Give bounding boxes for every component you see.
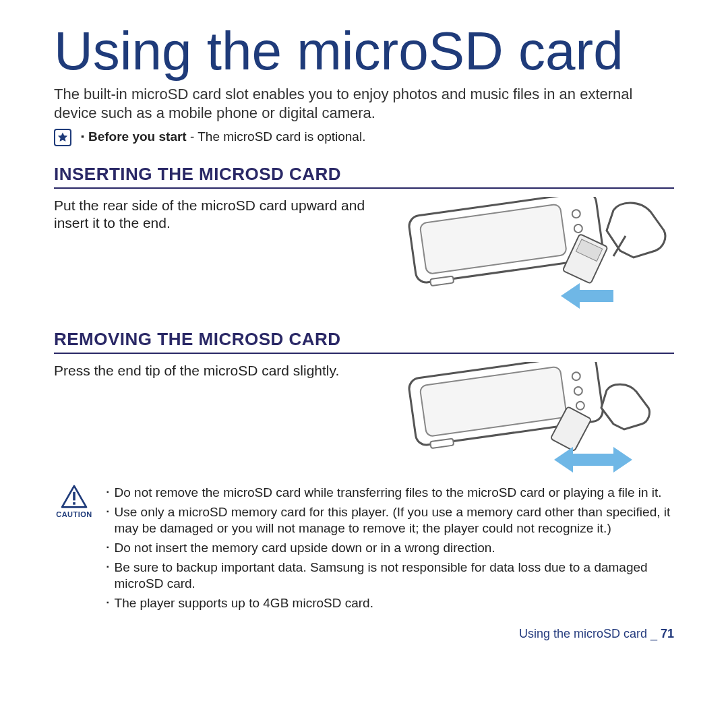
caution-label: CAUTION [56, 510, 92, 518]
caution-icon-col: CAUTION [54, 485, 94, 518]
note-row: ▪Before you start - The microSD card is … [54, 129, 674, 146]
svg-point-12 [572, 371, 581, 381]
caution-item: ▪Be sure to backup important data. Samsu… [107, 559, 674, 593]
heading-insert: INSERTING THE MICROSD CARD [54, 164, 674, 189]
intro-text: The built-in microSD card slot enables y… [54, 85, 674, 122]
section-remove: Press the end tip of the microSD card sl… [54, 362, 674, 477]
svg-rect-21 [73, 492, 75, 501]
caution-item-text: Be sure to backup important data. Samsun… [115, 559, 674, 593]
hand-icon [601, 384, 650, 429]
star-icon [54, 129, 71, 146]
svg-marker-9 [561, 283, 580, 309]
footer: Using the microSD card _ 71 [54, 627, 674, 641]
caution-item: ▪Do not remove the microSD card while tr… [107, 485, 674, 502]
note-text: ▪Before you start - The microSD card is … [81, 129, 365, 146]
illustration-remove-card [391, 362, 674, 477]
document-page: Using the microSD card The built-in micr… [0, 0, 728, 655]
caution-item: ▪Use only a microSD memory card for this… [107, 504, 674, 537]
svg-point-13 [574, 386, 583, 396]
note-rest: - The microSD card is optional. [187, 129, 366, 144]
insert-text: Put the rear side of the microSD card up… [54, 197, 371, 233]
caution-item-text: The player supports up to 4GB microSD ca… [115, 595, 373, 612]
section-insert: Put the rear side of the microSD card up… [54, 197, 674, 311]
caution-item-text: Do not remove the microSD card while tra… [115, 485, 662, 502]
remove-text: Press the end tip of the microSD card sl… [54, 362, 371, 380]
svg-marker-19 [613, 447, 632, 473]
heading-remove: REMOVING THE MICROSD CARD [54, 329, 674, 354]
svg-point-2 [572, 209, 581, 218]
svg-point-3 [574, 224, 583, 233]
svg-rect-8 [580, 290, 613, 302]
caution-item: ▪The player supports up to 4GB microSD c… [107, 595, 674, 612]
svg-marker-18 [554, 447, 573, 473]
svg-rect-17 [573, 454, 613, 466]
caution-block: CAUTION ▪Do not remove the microSD card … [54, 485, 674, 615]
page-title: Using the microSD card [54, 20, 674, 82]
arrow-insert-icon [561, 283, 613, 309]
note-bold: Before you start [88, 129, 187, 144]
page-number: 71 [661, 627, 674, 640]
footer-label: Using the microSD card _ [519, 627, 661, 640]
caution-item-text: Use only a microSD memory card for this … [115, 504, 674, 537]
illustration-insert-card [391, 197, 674, 311]
caution-icon [61, 485, 88, 509]
svg-point-14 [576, 401, 585, 411]
arrow-remove-icon [554, 447, 632, 473]
caution-item-text: Do not insert the memory card upside dow… [115, 540, 495, 557]
caution-item: ▪Do not insert the memory card upside do… [107, 540, 674, 557]
caution-list: ▪Do not remove the microSD card while tr… [107, 485, 674, 615]
svg-rect-22 [73, 502, 75, 505]
hand-icon [607, 203, 665, 257]
